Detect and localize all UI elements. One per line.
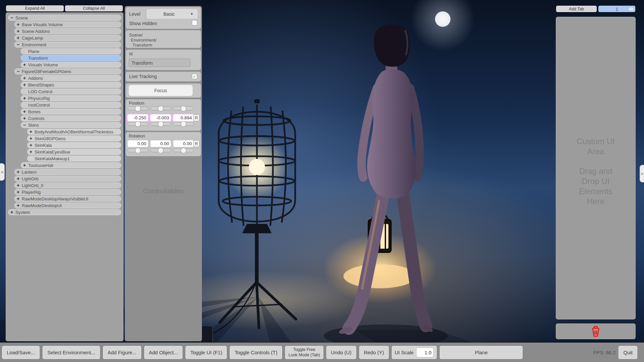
tree-toggle-icon[interactable]: + [23, 96, 28, 101]
ui-element-trash-dropzone[interactable] [556, 323, 636, 339]
tree-item-lod-control[interactable]: LOD Control [21, 88, 121, 95]
id-input[interactable]: Transform [129, 59, 191, 67]
live-tracking-checkbox[interactable]: ✓ [192, 74, 197, 79]
tree-item-base-visuals-volume[interactable]: + Base Visuals Volume [14, 21, 121, 27]
rotation-z-field[interactable]: 0.00 [173, 140, 194, 147]
tree-item-rawmodedesktopalwaysvisibleui[interactable]: + RawModeDesktopAlwaysVisibleUI [14, 196, 121, 202]
tab-menu-button[interactable]: ··· [628, 7, 634, 11]
custom-ui-dropzone[interactable]: Custom UI Area Drag and Drop UI Elements… [556, 17, 636, 319]
tree-toggle-icon[interactable]: + [30, 142, 35, 148]
collapse-left-panel-handle[interactable]: < [0, 163, 5, 181]
tree-toggle-icon[interactable]: − [17, 69, 22, 74]
tree-toggle-icon[interactable]: + [17, 176, 22, 181]
tree-toggle-icon[interactable]: + [30, 136, 35, 141]
tree-toggle-icon[interactable]: + [30, 149, 35, 155]
tree-toggle-icon[interactable]: + [17, 169, 22, 175]
position-y-field[interactable]: -0.003 [150, 114, 171, 121]
toggle-ui-f1-button[interactable]: Toggle UI (F1) [185, 346, 227, 359]
tree-item-scene-addons[interactable]: + Scene Addons [14, 28, 121, 34]
position-x-fine-slider[interactable] [127, 122, 148, 126]
position-y-slider[interactable] [150, 107, 171, 110]
tree-toggle-icon[interactable]: + [17, 189, 22, 195]
tree-item-system[interactable]: + System [8, 209, 121, 215]
tree-item-physicsrig[interactable]: + PhysicsRig [21, 95, 121, 101]
tab-1[interactable]: 1 ··· [598, 6, 635, 12]
tree-toggle-icon[interactable]: + [23, 116, 28, 121]
rotation-z-slider[interactable] [173, 148, 194, 152]
tree-toggle-icon[interactable]: + [17, 28, 22, 34]
tree-toggle-icon[interactable]: + [17, 22, 22, 27]
add-object-button[interactable]: Add Object... [144, 346, 183, 359]
position-z-field[interactable]: 0.894 [173, 114, 194, 121]
tree-item-addons[interactable]: + Addons [21, 75, 121, 81]
controllables-label: Controllables [125, 187, 202, 195]
tree-item-toulousehair[interactable]: + ToulouseHair [21, 162, 121, 168]
position-x-field[interactable]: -0.250 [127, 114, 148, 121]
tree-toggle-icon[interactable]: + [17, 203, 22, 208]
tree-item-visuals-volume[interactable]: + Visuals Volume [21, 62, 121, 68]
tree-toggle-icon[interactable]: + [23, 62, 28, 67]
tree-item-transform[interactable]: Transform [21, 55, 121, 61]
focus-button[interactable]: Focus [129, 85, 193, 96]
collapse-right-panel-handle[interactable]: > [640, 165, 644, 182]
tree-item-controls[interactable]: + Controls [21, 115, 121, 121]
tree-item-skinkala[interactable]: + SkinKala [27, 142, 121, 148]
expand-all-button[interactable]: Expand All [6, 5, 64, 11]
tree-item-lantern[interactable]: + Lantern [14, 169, 121, 175]
rotation-reset-button[interactable]: R [193, 140, 200, 147]
tree-item-rawmodedesktopui[interactable]: + RawModeDesktopUI [14, 202, 121, 208]
tree-toggle-icon[interactable]: − [23, 122, 28, 128]
rotation-x-field[interactable]: 0.00 [127, 140, 148, 147]
redo-y-button[interactable]: Redo (Y) [359, 346, 389, 359]
tree-item-rootcontrol[interactable]: rootControl [21, 102, 121, 108]
tree-item-scene[interactable]: − Scene [8, 15, 121, 21]
select-environment-button[interactable]: Select Environment... [43, 346, 100, 359]
show-hidden-checkbox[interactable] [192, 20, 197, 25]
position-z-slider[interactable] [173, 107, 194, 110]
level-dropdown[interactable]: Basic ▾ [147, 9, 197, 18]
focus-box: Focus [126, 83, 201, 98]
tree-toggle-icon[interactable]: − [17, 42, 22, 47]
tree-toggle-icon[interactable]: + [17, 196, 22, 201]
tree-item-figureg8femalegpgens[interactable]: − FigureG8FemaleGPGens [14, 68, 121, 74]
plane-button[interactable]: Plane [440, 346, 523, 359]
undo-u-button[interactable]: Undo (U) [326, 346, 356, 359]
add-tab-button[interactable]: Add Tab [556, 6, 597, 12]
tree-item-lightorb-0[interactable]: + LightOrb_0 [14, 182, 121, 188]
tree-item-skinkalamakeup1[interactable]: SkinKalaMakeup1 [27, 156, 121, 162]
tree-item-cagelamp[interactable]: + CageLamp [14, 35, 121, 41]
rotation-x-slider[interactable] [127, 148, 148, 152]
tree-item-bodyandmouthaobentnormalthickness[interactable]: + BodyAndMouthAOBentNormalThickness [27, 129, 121, 135]
tree-toggle-icon[interactable]: + [23, 109, 28, 114]
tree-item-plane[interactable]: Plane [21, 48, 121, 54]
load-save-button[interactable]: Load/Save... [2, 346, 40, 359]
collapse-all-button[interactable]: Collapse All [65, 5, 123, 11]
tree-toggle-icon[interactable]: − [10, 15, 15, 20]
quit-button[interactable]: Quit [619, 346, 637, 359]
tree-item-skins[interactable]: − Skins [21, 122, 121, 128]
position-x-slider[interactable] [127, 107, 148, 110]
tree-item-environment[interactable]: − Environment [14, 42, 121, 48]
add-figure-button[interactable]: Add Figure... [103, 346, 141, 359]
tree-toggle-icon[interactable]: + [23, 82, 28, 87]
tree-item-sking8gpgens[interactable]: + SkinG8GPGens [27, 135, 121, 141]
position-reset-button[interactable]: R [193, 114, 200, 121]
tree-toggle-icon[interactable]: + [30, 129, 35, 134]
tree-toggle-icon[interactable]: + [10, 209, 15, 215]
tree-item-playerrig[interactable]: + PlayerRig [14, 189, 121, 195]
tree-item-lightorb[interactable]: + LightOrb [14, 176, 121, 182]
tree-toggle-icon[interactable]: + [23, 75, 28, 81]
tree-toggle-icon[interactable]: + [23, 163, 28, 168]
position-y-fine-slider[interactable] [150, 122, 171, 126]
position-z-fine-slider[interactable] [173, 122, 194, 126]
tree-item-bones[interactable]: + Bones [21, 109, 121, 115]
ui-scale-input[interactable]: 1.0 [416, 348, 434, 357]
tree-item-blendshapes[interactable]: + BlendShapes [21, 82, 121, 88]
toggle-controls-t-button[interactable]: Toggle Controls (T) [230, 346, 282, 359]
rotation-y-field[interactable]: 0.00 [150, 140, 171, 147]
toggle-free-look-mode-tab-button[interactable]: Toggle Free Look Mode (Tab) [285, 346, 323, 359]
tree-toggle-icon[interactable]: + [17, 35, 22, 41]
tree-toggle-icon[interactable]: + [17, 183, 22, 188]
rotation-y-slider[interactable] [150, 148, 171, 152]
tree-item-skinkalaeyesblue[interactable]: + SkinKalaEyesBlue [27, 149, 121, 155]
